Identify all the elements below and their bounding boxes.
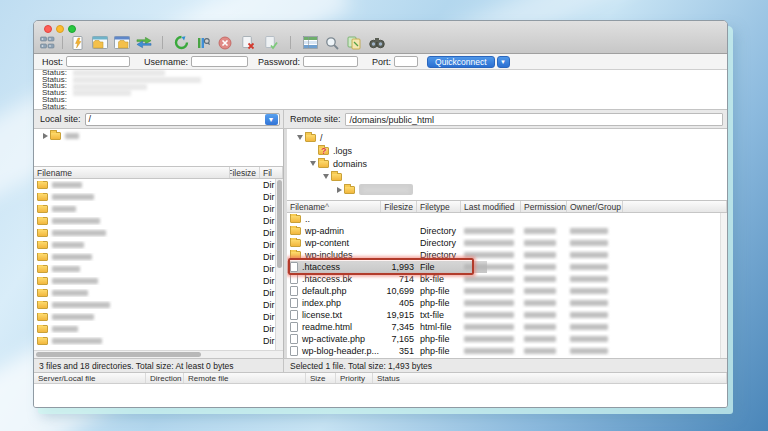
- folder-icon: [305, 134, 316, 142]
- combo-dropdown-icon[interactable]: ▼: [265, 114, 278, 125]
- scrollbar-thumb[interactable]: [277, 180, 282, 268]
- find-files-icon[interactable]: [369, 35, 385, 51]
- column-header-filename[interactable]: Filename: [34, 167, 230, 178]
- tree-item[interactable]: domains: [287, 157, 727, 170]
- log-line: Status:: [42, 90, 727, 97]
- column-header-filesize[interactable]: Filesize: [230, 167, 260, 178]
- column-header-last-modified[interactable]: Last modified: [461, 201, 521, 212]
- local-site-value: /: [86, 114, 264, 124]
- tree-expand-icon[interactable]: [334, 187, 344, 193]
- local-file-row[interactable]: Dir: [34, 299, 275, 311]
- site-manager-icon[interactable]: [39, 35, 55, 51]
- queue-column-size[interactable]: Size: [306, 373, 336, 383]
- tree-item[interactable]: [287, 170, 727, 183]
- local-file-row[interactable]: Dir: [34, 203, 275, 215]
- host-input[interactable]: [66, 56, 130, 67]
- tree-item[interactable]: [287, 183, 727, 196]
- local-file-row[interactable]: Dir: [34, 263, 275, 275]
- tree-item[interactable]: /: [287, 131, 727, 144]
- password-input[interactable]: [303, 56, 358, 67]
- password-label: Password:: [258, 57, 300, 67]
- reconnect-icon[interactable]: [263, 35, 279, 51]
- remote-tree: /?.logsdomains: [287, 129, 727, 201]
- queue-column-remote-file[interactable]: Remote file: [184, 373, 306, 383]
- port-label: Port:: [372, 57, 391, 67]
- zoom-window-button[interactable]: [68, 25, 76, 33]
- remote-file-row[interactable]: wp-contentDirectory: [287, 237, 727, 249]
- blurred-text: [73, 84, 147, 90]
- remote-file-row[interactable]: wp-includesDirectory: [287, 249, 727, 261]
- selected-tree-item[interactable]: [359, 184, 413, 195]
- column-header-filesize[interactable]: Filesize: [381, 201, 417, 212]
- port-input[interactable]: [394, 56, 418, 67]
- remote-file-row[interactable]: wp-adminDirectory: [287, 225, 727, 237]
- local-file-row[interactable]: Dir: [34, 191, 275, 203]
- column-header-owner-group[interactable]: Owner/Group: [567, 201, 623, 212]
- remote-file-row[interactable]: wp-activate.php7,165php-file: [287, 333, 727, 345]
- column-header-permissions[interactable]: Permissions: [521, 201, 567, 212]
- local-file-row[interactable]: Dir: [34, 227, 275, 239]
- toggle-log-icon[interactable]: [70, 35, 86, 51]
- local-file-row[interactable]: Dir: [34, 287, 275, 299]
- quickconnect-dropdown-button[interactable]: ▼: [497, 56, 510, 68]
- quickconnect-button[interactable]: Quickconnect: [427, 56, 495, 68]
- folder-icon: [290, 239, 301, 247]
- search-icon[interactable]: [324, 35, 340, 51]
- column-header-fil[interactable]: Fil: [260, 167, 283, 178]
- queue-column-direction[interactable]: Direction: [146, 373, 184, 383]
- tree-item[interactable]: ?.logs: [287, 144, 727, 157]
- scrollbar-thumb[interactable]: [36, 352, 201, 357]
- remote-site-value[interactable]: /domains/public_html: [345, 113, 723, 126]
- toggle-local-tree-icon[interactable]: [92, 35, 108, 51]
- compare-icon[interactable]: [346, 35, 362, 51]
- folder-icon: [37, 265, 48, 273]
- local-file-row[interactable]: Dir: [34, 275, 275, 287]
- minimize-window-button[interactable]: [56, 25, 64, 33]
- remote-file-row[interactable]: .htaccess.bk714bk-file: [287, 273, 727, 285]
- tree-collapse-icon[interactable]: [321, 174, 331, 179]
- queue-column-status[interactable]: Status: [373, 373, 727, 383]
- filter-icon[interactable]: [302, 35, 318, 51]
- local-file-row[interactable]: Dir: [34, 179, 275, 191]
- file-size-cell: 405: [381, 298, 417, 308]
- folder-icon: [50, 132, 61, 140]
- remote-file-row[interactable]: .htaccess1,993File: [287, 261, 727, 273]
- tree-expand-icon[interactable]: [40, 133, 50, 139]
- remote-file-row[interactable]: wp-blog-header.p...351php-file: [287, 345, 727, 357]
- tree-collapse-icon[interactable]: [308, 161, 318, 166]
- toggle-remote-tree-icon[interactable]: [114, 35, 130, 51]
- remote-vertical-scrollbar[interactable]: [720, 213, 727, 358]
- column-header-filetype[interactable]: Filetype: [417, 201, 461, 212]
- file-name-cell: .htaccess.bk: [287, 274, 381, 284]
- remote-file-row[interactable]: index.php405php-file: [287, 297, 727, 309]
- remote-file-row[interactable]: readme.html7,345html-file: [287, 321, 727, 333]
- local-file-row[interactable]: Dir: [34, 335, 275, 347]
- disconnect-icon[interactable]: [240, 35, 256, 51]
- local-horizontal-scrollbar[interactable]: [34, 350, 283, 358]
- cancel-icon[interactable]: [217, 35, 233, 51]
- process-queue-icon[interactable]: [195, 35, 211, 51]
- refresh-icon[interactable]: [173, 35, 189, 51]
- toggle-queue-icon[interactable]: [136, 35, 152, 51]
- remote-file-row[interactable]: default.php10,699php-file: [287, 285, 727, 297]
- window-header: [34, 21, 727, 54]
- remote-file-row[interactable]: license.txt19,915txt-file: [287, 309, 727, 321]
- column-header-filename[interactable]: Filename ^: [287, 201, 381, 212]
- queue-column-priority[interactable]: Priority: [336, 373, 373, 383]
- blurred-text: [570, 300, 608, 306]
- queue-column-server-local-file[interactable]: Server/Local file: [34, 373, 146, 383]
- local-site-combo[interactable]: / ▼: [85, 113, 280, 126]
- tree-collapse-icon[interactable]: [295, 135, 305, 140]
- local-file-row[interactable]: Dir: [34, 215, 275, 227]
- local-file-row[interactable]: Dir: [34, 311, 275, 323]
- local-vertical-scrollbar[interactable]: [275, 179, 283, 350]
- tree-item[interactable]: [34, 129, 283, 142]
- local-file-row[interactable]: Dir: [34, 323, 275, 335]
- remote-file-row[interactable]: ..: [287, 213, 727, 225]
- blurred-text: [464, 252, 514, 258]
- close-window-button[interactable]: [44, 25, 52, 33]
- local-file-row[interactable]: Dir: [34, 239, 275, 251]
- username-input[interactable]: [191, 56, 248, 67]
- local-file-row[interactable]: Dir: [34, 251, 275, 263]
- remote-panel: /?.logsdomains Filename ^FilesizeFiletyp…: [287, 129, 727, 358]
